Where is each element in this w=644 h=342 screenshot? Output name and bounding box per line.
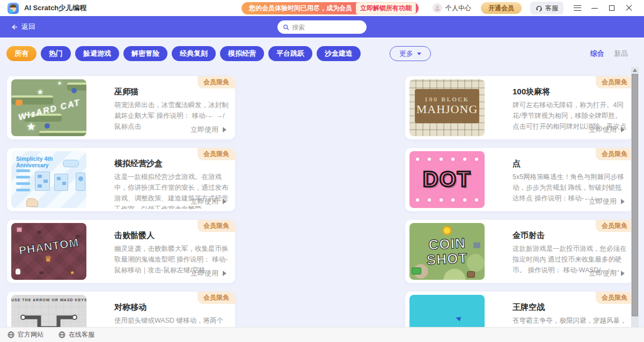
filter-chip-sandbox[interactable]: 沙盒建造 (317, 46, 361, 61)
banner-text: 您的会员体验时间已用尽，成为会员 (249, 4, 352, 13)
play-arrow-icon (621, 199, 625, 204)
minimize-icon (591, 8, 598, 9)
chevron-down-icon (417, 53, 421, 55)
online-support-link[interactable]: 在线客服 (58, 330, 94, 339)
play-arrow-icon (621, 127, 625, 132)
member-free-badge: 会员限免 (197, 220, 235, 232)
maximize-icon (609, 5, 614, 11)
filter-chip-simulation[interactable]: 模拟经营 (220, 46, 264, 61)
window-titlebar: AI Scratch少儿编程 您的会员体验时间已用尽，成为会员 立即解锁所有功能… (0, 0, 644, 16)
filter-chip-all[interactable]: 所有 (6, 46, 36, 61)
open-membership-button[interactable]: 开通会员 (481, 2, 522, 14)
avatar-icon (433, 3, 442, 13)
maximize-button[interactable] (603, 1, 620, 15)
top-navbar: 返回 (0, 16, 644, 38)
play-arrow-icon (223, 127, 226, 132)
game-title: 击败骷髅人 (114, 231, 155, 241)
scroll-up-arrow-icon[interactable] (633, 69, 637, 72)
member-free-badge: 会员限免 (197, 76, 235, 88)
main-content: 所有 热门 躲避游戏 解密冒险 经典复刻 模拟经营 平台跳跃 沙盒建造 更多 综… (0, 38, 644, 327)
member-free-badge: 会员限免 (596, 292, 633, 304)
search-input[interactable] (292, 24, 361, 31)
back-button[interactable]: 返回 (11, 16, 35, 38)
member-free-badge: 会员限免 (596, 76, 633, 88)
game-thumbnail: USE THE ARROW OR WASD KEYS TO MOVE. (11, 295, 86, 327)
game-card-phantom[interactable]: PHANTOM ♛ ★ 会员限免 击败骷髅人 幽灵逆袭，击败骷髅大军，收集星币换… (7, 220, 235, 283)
unlock-all-features-button[interactable]: 立即解锁所有功能 (356, 2, 416, 14)
customer-service-button[interactable]: 客服 (530, 2, 564, 14)
menu-button[interactable] (569, 1, 586, 15)
more-label: 更多 (399, 49, 413, 58)
search-bar[interactable] (277, 20, 367, 34)
customer-service-label: 客服 (545, 4, 558, 13)
game-card-sim-sandbox[interactable]: Simplicity 4th Anniversary 会员限免 模拟经营沙盒 这… (7, 148, 235, 211)
game-title: 金币射击 (513, 231, 545, 241)
game-thumbnail: DOT (409, 151, 485, 208)
filter-chip-puzzle[interactable]: 解密冒险 (123, 46, 167, 61)
member-free-badge: 会员限免 (596, 220, 633, 232)
sort-options: 综合 新品 (590, 49, 628, 58)
window-controls (569, 1, 638, 15)
app-logo-icon (8, 3, 19, 14)
app-window: AI Scratch少儿编程 您的会员体验时间已用尽，成为会员 立即解锁所有功能… (0, 0, 644, 342)
filter-chip-platformer[interactable]: 平台跳跃 (268, 46, 312, 61)
game-description: 使用箭头键或WASD 键移动，将两个角色同步移动，抵达各自的终点 (114, 315, 229, 327)
globe-icon (58, 331, 65, 338)
game-title: 对称移动 (114, 302, 147, 313)
use-now-link[interactable]: 立即使用 (191, 197, 226, 206)
game-title: 巫师猫 (114, 87, 138, 97)
filter-chip-classic[interactable]: 经典复刻 (172, 46, 216, 61)
minimize-button[interactable] (586, 1, 603, 15)
game-card-ace-air-combat[interactable]: 会员限免 王牌空战 苍穹霸主争夺，极限闪避，穿越风暴，决战空中王牌 立即使用 (405, 292, 633, 327)
category-filter-row: 所有 热门 躲避游戏 解密冒险 经典复刻 模拟经营 平台跳跃 沙盒建造 更多 综… (6, 46, 628, 61)
official-website-link[interactable]: 官方网站 (8, 330, 43, 339)
vertical-scrollbar[interactable] (631, 67, 639, 327)
more-filters-button[interactable]: 更多 (390, 46, 431, 61)
search-icon (283, 24, 289, 31)
filter-chip-dodge[interactable]: 躲避游戏 (75, 46, 119, 61)
back-label: 返回 (21, 22, 35, 32)
game-card-coin-shot[interactable]: COIN SHOT 会员限免 金币射击 这款新游戏是一款投币游戏，您必须在指定时… (405, 220, 633, 283)
play-arrow-icon (223, 271, 226, 276)
game-card-mahjong[interactable]: 100 BLOCK MAHJONG 会员限免 100块麻将 牌可左右移动无障碍，… (405, 76, 633, 139)
globe-icon (8, 331, 14, 338)
sort-comprehensive[interactable]: 综合 (590, 49, 604, 58)
game-title: 模拟经营沙盒 (114, 159, 163, 169)
game-title: 王牌空战 (513, 302, 545, 313)
plane-icon (455, 316, 461, 321)
play-arrow-icon (223, 199, 226, 204)
back-arrow-icon (11, 24, 18, 31)
use-now-link[interactable]: 立即使用 (191, 125, 226, 135)
profile-center-label: 个人中心 (445, 4, 471, 13)
game-thumbnail: PHANTOM ♛ ★ (11, 223, 86, 280)
hamburger-icon (574, 5, 581, 11)
use-now-link[interactable]: 立即使用 (589, 125, 625, 135)
member-free-badge: 会员限免 (197, 148, 235, 160)
titlebar-right-group: 个人中心 开通会员 客服 (433, 1, 638, 15)
member-free-badge: 会员限免 (197, 292, 235, 304)
scrollbar-thumb[interactable] (632, 74, 638, 316)
membership-expired-banner: 您的会员体验时间已用尽，成为会员 立即解锁所有功能 (241, 2, 419, 14)
close-icon (626, 5, 632, 11)
play-arrow-icon (621, 271, 625, 276)
use-now-link[interactable]: 立即使用 (589, 269, 625, 278)
sort-newest[interactable]: 新品 (614, 49, 628, 58)
game-thumbnail: 100 BLOCK MAHJONG (409, 79, 485, 136)
game-thumbnail: Simplicity 4th Anniversary (11, 151, 86, 208)
profile-center-button[interactable]: 个人中心 (433, 3, 471, 13)
game-card-dot[interactable]: DOT 会员限免 点 5x5网格策略逃生！角色与荆棘同步移动，步步为营规划 路线… (405, 148, 633, 211)
headset-icon (536, 5, 543, 12)
game-thumbnail: WIzARD CAT ★ ★ ★ (11, 79, 86, 136)
game-title: 100块麻将 (513, 87, 550, 97)
use-now-link[interactable]: 立即使用 (589, 197, 625, 206)
footer-bar: 官方网站 在线客服 (0, 327, 644, 342)
member-free-badge: 会员限免 (596, 148, 633, 160)
use-now-link[interactable]: 立即使用 (191, 269, 226, 278)
game-card-wizard-cat[interactable]: WIzARD CAT ★ ★ ★ 会员限免 巫师猫 萌宠法师出击，冰雪魔法瞬发，… (7, 76, 235, 139)
close-button[interactable] (620, 1, 638, 15)
filter-chip-hot[interactable]: 热门 (41, 46, 71, 61)
app-title: AI Scratch少儿编程 (24, 3, 86, 13)
game-thumbnail (409, 295, 485, 327)
game-card-symmetric-move[interactable]: USE THE ARROW OR WASD KEYS TO MOVE. 会员限免… (7, 292, 235, 327)
game-description: 苍穹霸主争夺，极限闪避，穿越风暴，决战空中王牌 (513, 315, 627, 327)
